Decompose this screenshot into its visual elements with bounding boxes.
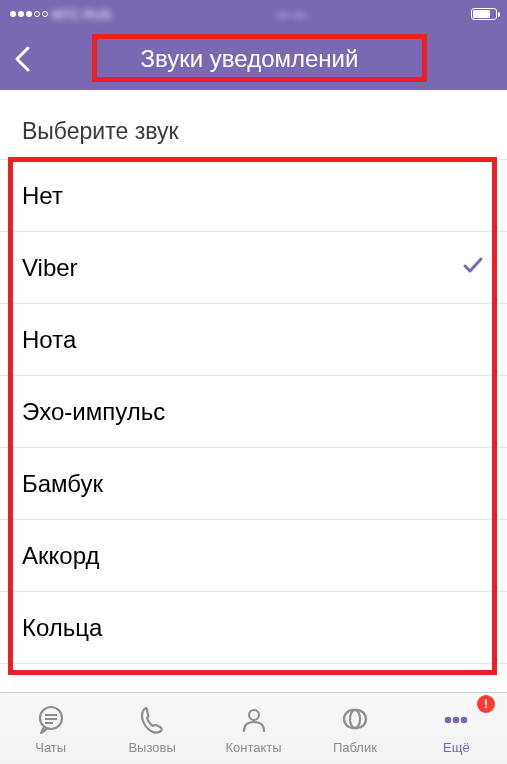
tab-label: Контакты [225, 740, 281, 755]
contacts-icon [237, 703, 271, 737]
svg-point-4 [249, 710, 259, 720]
signal-dots-icon [10, 11, 48, 17]
tab-phone[interactable]: Вызовы [101, 693, 202, 764]
phone-icon [135, 703, 169, 737]
sound-option-label: Аккорд [22, 542, 99, 570]
tab-label: Паблик [333, 740, 377, 755]
battery-icon [471, 8, 497, 20]
svg-point-9 [461, 716, 468, 723]
status-bar: МТС RUS — — [0, 0, 507, 28]
sound-option[interactable]: Бамбук [0, 448, 507, 520]
tab-chat[interactable]: Чаты [0, 693, 101, 764]
sound-option-label: Кольца [22, 614, 102, 642]
sound-option-label: Нет [22, 182, 63, 210]
back-button[interactable] [12, 45, 34, 73]
sound-option-label: Нота [22, 326, 76, 354]
carrier-label: МТС RUS [52, 7, 111, 22]
tab-public[interactable]: Паблик [304, 693, 405, 764]
sound-option[interactable]: Кольца [0, 592, 507, 664]
public-icon [338, 703, 372, 737]
tab-more[interactable]: Ещё! [406, 693, 507, 764]
sound-list: НетViberНотаЭхо-импульсБамбукАккордКольц… [0, 159, 507, 664]
tab-label: Вызовы [128, 740, 175, 755]
sound-option[interactable]: Аккорд [0, 520, 507, 592]
tab-badge: ! [477, 695, 495, 713]
svg-point-6 [350, 710, 360, 728]
chevron-left-icon [12, 45, 34, 73]
page-title: Звуки уведомлений [34, 45, 465, 73]
sound-option-label: Viber [22, 254, 78, 282]
status-right [471, 8, 497, 20]
tab-label: Ещё [443, 740, 470, 755]
svg-point-7 [445, 716, 452, 723]
status-left: МТС RUS [10, 7, 111, 22]
sound-option-label: Бамбук [22, 470, 103, 498]
tab-bar: ЧатыВызовыКонтактыПабликЕщё! [0, 692, 507, 764]
section-header: Выберите звук [0, 90, 507, 159]
sound-option[interactable]: Viber [0, 232, 507, 304]
sound-option-label: Эхо-импульс [22, 398, 165, 426]
tab-label: Чаты [35, 740, 66, 755]
sound-option[interactable]: Нет [0, 160, 507, 232]
status-time: — — [276, 7, 306, 22]
more-icon [439, 703, 473, 737]
chat-icon [34, 703, 68, 737]
sound-option[interactable]: Эхо-импульс [0, 376, 507, 448]
sound-option[interactable]: Нота [0, 304, 507, 376]
nav-bar: Звуки уведомлений [0, 28, 507, 90]
tab-contacts[interactable]: Контакты [203, 693, 304, 764]
checkmark-icon [461, 253, 485, 283]
sound-list-container: НетViberНотаЭхо-импульсБамбукАккордКольц… [0, 159, 507, 664]
svg-point-8 [453, 716, 460, 723]
svg-rect-5 [344, 710, 366, 728]
